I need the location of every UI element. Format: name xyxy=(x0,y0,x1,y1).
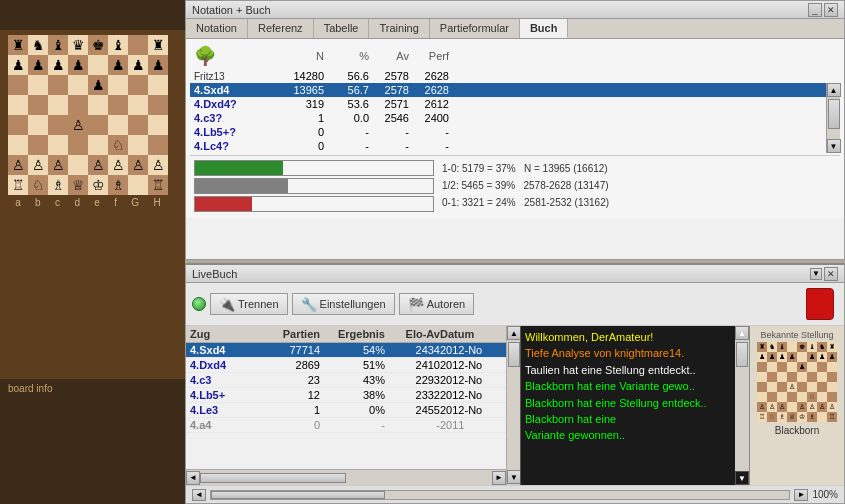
chess-cell: ♗ xyxy=(108,175,128,195)
lb-ergebnis-5: 0% xyxy=(320,404,385,416)
chess-cell: ♙ xyxy=(108,155,128,175)
scroll-thumb[interactable] xyxy=(828,99,840,129)
lb-table-hscroll[interactable]: ◄ ► xyxy=(186,469,506,485)
move-av-3: 2546 xyxy=(369,112,409,124)
tree-icon: 🌳 xyxy=(194,45,264,67)
chess-cell xyxy=(8,95,28,115)
lb-row-2[interactable]: 4.Dxd4 2869 51% 2410 2012-No xyxy=(186,358,506,373)
autoren-label: Autoren xyxy=(427,298,466,310)
move-row-4[interactable]: 4.Lb5+? 0 - - - xyxy=(190,125,826,139)
tab-training[interactable]: Training xyxy=(369,19,429,38)
livebuch-arrow-button[interactable]: ▼ xyxy=(810,268,822,280)
lb-row-5[interactable]: 4.Le3 1 0% 2455 2012-No xyxy=(186,403,506,418)
chess-cell: ♟ xyxy=(48,55,68,75)
fritz-pct: 56.6 xyxy=(324,70,369,82)
bottom-hscrollbar[interactable] xyxy=(210,490,790,500)
chat-msg-5: Blackborn hat eine Stellung entdeck.. xyxy=(525,396,745,411)
hscroll-right-btn[interactable]: ► xyxy=(794,489,808,501)
progress-bar-red xyxy=(194,196,434,212)
move-row-3[interactable]: 4.c3? 1 0.0 2546 2400 xyxy=(190,111,826,125)
move-row-2[interactable]: 4.Dxd4? 319 53.6 2571 2612 xyxy=(190,97,826,111)
chess-cell: ♙ xyxy=(128,155,148,175)
progress-bar-gray xyxy=(194,178,434,194)
lb-datum-4: 2012-No xyxy=(440,389,495,401)
einstellungen-button[interactable]: 🔧 Einstellungen xyxy=(292,293,395,315)
chess-cell: ♘ xyxy=(28,175,48,195)
move-row-5[interactable]: 4.Lc4? 0 - - - xyxy=(190,139,826,153)
move-name-5: 4.Lc4? xyxy=(194,140,264,152)
chat-msg-3: Taulien hat eine Stellung entdeckt.. xyxy=(525,363,745,378)
chat-scroll-thumb[interactable] xyxy=(736,342,748,367)
tab-tabelle[interactable]: Tabelle xyxy=(314,19,370,38)
chat-scroll-up[interactable]: ▲ xyxy=(735,326,749,340)
lb-ergebnis-1: 54% xyxy=(320,344,385,356)
chess-cell: ♟ xyxy=(128,55,148,75)
chess-cell: ♟ xyxy=(108,55,128,75)
lb-hscroll-right[interactable]: ► xyxy=(492,471,506,485)
chess-cell xyxy=(128,95,148,115)
chess-cell xyxy=(68,95,88,115)
fritz-n: 14280 xyxy=(264,70,324,82)
chess-cell xyxy=(68,75,88,95)
bottom-hscroll-thumb[interactable] xyxy=(211,491,385,499)
trennen-icon: 🔌 xyxy=(219,297,235,312)
lb-col-eloav: Elo-Av xyxy=(385,328,440,340)
lb-row-1[interactable]: 4.Sxd4 77714 54% 2434 2012-No xyxy=(186,343,506,358)
lb-partien-2: 2869 xyxy=(260,359,320,371)
move-pct-1: 56.7 xyxy=(324,84,369,96)
hscroll-left-btn[interactable]: ◄ xyxy=(192,489,206,501)
lb-hscroll-thumb[interactable] xyxy=(200,473,346,483)
chess-cell: ♙ xyxy=(88,155,108,175)
scroll-down-arrow[interactable]: ▼ xyxy=(827,139,841,153)
autoren-button[interactable]: 🏁 Autoren xyxy=(399,293,475,315)
lb-partien-1: 77714 xyxy=(260,344,320,356)
move-n-5: 0 xyxy=(264,140,324,152)
scroll-up-arrow[interactable]: ▲ xyxy=(827,83,841,97)
lb-move-4: 4.Lb5+ xyxy=(190,389,260,401)
lb-row-4[interactable]: 4.Lb5+ 12 38% 2332 2012-No xyxy=(186,388,506,403)
lb-hscroll-left[interactable]: ◄ xyxy=(186,471,200,485)
chess-cell xyxy=(48,75,68,95)
notation-panel-title: Notation + Buch xyxy=(192,4,271,16)
chess-cell xyxy=(128,75,148,95)
trennen-button[interactable]: 🔌 Trennen xyxy=(210,293,288,315)
book-scrollbar[interactable]: ▲ ▼ xyxy=(826,83,840,153)
notation-close-button[interactable]: ✕ xyxy=(824,3,838,17)
tab-partieformular[interactable]: Partieformular xyxy=(430,19,520,38)
move-pct-2: 53.6 xyxy=(324,98,369,110)
chess-cell xyxy=(148,95,168,115)
chess-cell: ♟ xyxy=(28,55,48,75)
livebuch-close-button[interactable]: ✕ xyxy=(824,267,838,281)
chat-messages: Willkommen, DerAmateur! Tiefe Analyse vo… xyxy=(521,326,749,485)
chess-cell: ♜ xyxy=(8,35,28,55)
lb-partien-4: 12 xyxy=(260,389,320,401)
chat-scroll-down[interactable]: ▼ xyxy=(735,471,749,485)
lb-row-3[interactable]: 4.c3 23 43% 2293 2012-No xyxy=(186,373,506,388)
tab-buch[interactable]: Buch xyxy=(520,19,569,38)
lb-vscroll-up[interactable]: ▲ xyxy=(507,326,521,340)
fritz-perf: 2628 xyxy=(409,70,449,82)
lb-vscroll-down[interactable]: ▼ xyxy=(507,470,521,484)
move-row-1[interactable]: 4.Sxd4 13965 56.7 2578 2628 xyxy=(190,83,826,97)
autoren-icon: 🏁 xyxy=(408,297,424,312)
lb-hscroll-track xyxy=(200,473,492,483)
chess-cell: ♙ xyxy=(8,155,28,175)
lb-datum-5: 2012-No xyxy=(440,404,495,416)
chat-scrollbar[interactable]: ▲ ▼ xyxy=(735,326,749,485)
lb-vscroll[interactable]: ▲ ▼ xyxy=(506,326,520,485)
lb-move-6: 4.a4 xyxy=(190,419,260,431)
chess-cell xyxy=(8,75,28,95)
livebuch-toolbar: 🔌 Trennen 🔧 Einstellungen 🏁 Autoren xyxy=(186,283,844,326)
chess-cell xyxy=(28,115,48,135)
tab-notation[interactable]: Notation xyxy=(186,19,248,38)
lb-datum-1: 2012-No xyxy=(440,344,495,356)
lb-vscroll-thumb[interactable] xyxy=(508,342,520,367)
tab-referenz[interactable]: Referenz xyxy=(248,19,314,38)
chess-cell xyxy=(8,135,28,155)
chat-msg-1: Willkommen, DerAmateur! xyxy=(525,330,745,345)
lb-row-6[interactable]: 4.a4 0 - - 2011 xyxy=(186,418,506,433)
col-header-av: Av xyxy=(369,50,409,62)
notation-minimize-button[interactable]: _ xyxy=(808,3,822,17)
chess-cell: ♙ xyxy=(28,155,48,175)
lb-eloav-6: - xyxy=(385,419,440,431)
